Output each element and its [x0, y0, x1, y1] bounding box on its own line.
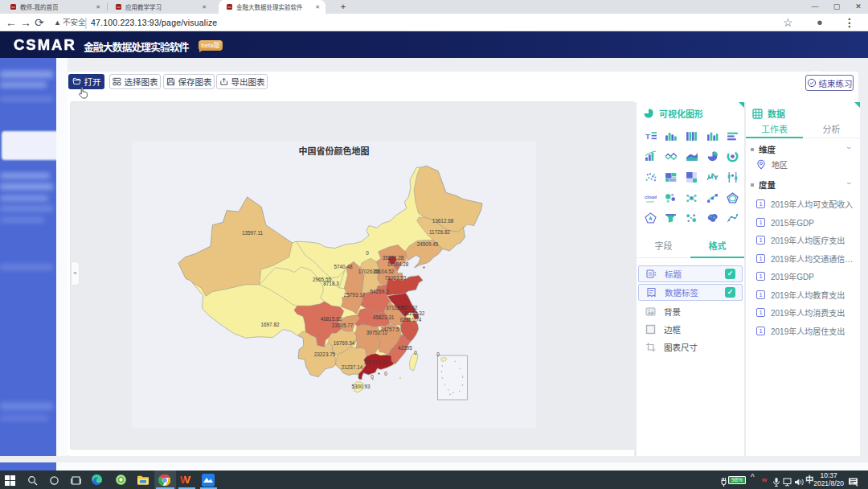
svg-text:cloud: cloud	[645, 194, 657, 199]
svg-text:13597.11: 13597.11	[242, 230, 264, 236]
svg-text:11726.82: 11726.82	[429, 229, 451, 235]
svg-text:54259.2: 54259.2	[370, 289, 389, 294]
svg-text:23505.77: 23505.77	[332, 323, 354, 328]
svg-text:1697.82: 1697.82	[260, 322, 280, 327]
svg-text:42395: 42395	[398, 345, 412, 351]
svg-text:0: 0	[436, 351, 440, 357]
svg-text:0: 0	[384, 371, 387, 376]
svg-text:107671.07: 107671.07	[363, 360, 388, 365]
svg-text:T: T	[645, 131, 650, 140]
svg-text:V: V	[184, 474, 191, 486]
svg-text:23223.75: 23223.75	[314, 351, 336, 357]
svg-text:5300.93: 5300.93	[351, 384, 371, 389]
svg-text:24757.5: 24757.5	[380, 327, 399, 332]
svg-text:word: word	[646, 199, 654, 203]
svg-text:45823.31: 45823.31	[373, 314, 395, 320]
svg-text:99631.52: 99631.52	[396, 305, 418, 310]
svg-text:0: 0	[371, 374, 374, 380]
svg-text:62351.74: 62351.74	[400, 317, 422, 323]
svg-text:16769.34: 16769.34	[334, 340, 355, 346]
svg-text:35871.28: 35871.28	[383, 255, 404, 261]
svg-text:25793.17: 25793.17	[344, 292, 366, 298]
svg-text:24909.45: 24909.45	[417, 241, 439, 247]
svg-text:35104.52: 35104.52	[373, 269, 395, 274]
svg-text:0: 0	[414, 350, 417, 355]
svg-text:71067.53: 71067.53	[385, 275, 407, 281]
svg-text:5740.48: 5740.48	[334, 264, 353, 269]
svg-text:14104.28: 14104.28	[387, 261, 409, 267]
svg-text:46815.82: 46815.82	[321, 316, 342, 322]
svg-text:38155.32: 38155.32	[403, 310, 425, 316]
svg-text:8718.3: 8718.3	[323, 281, 339, 286]
svg-text:0: 0	[366, 250, 369, 256]
svg-text:21237.14: 21237.14	[342, 364, 363, 370]
svg-text:13612.68: 13612.68	[432, 218, 454, 224]
